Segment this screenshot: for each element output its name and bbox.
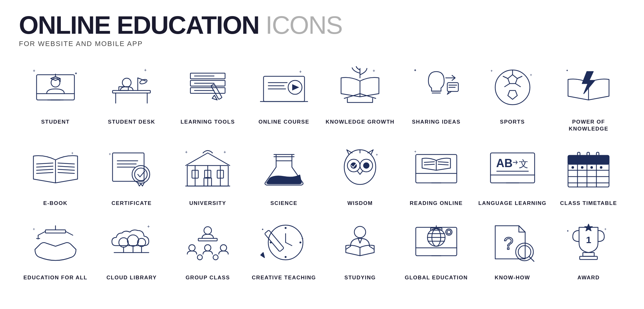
icon-item-language-learning: AB 文 LANGUAGE LEARNING bbox=[476, 142, 549, 207]
svg-point-148 bbox=[270, 242, 272, 243]
icon-item-wisdom: + WISDOM bbox=[324, 142, 397, 207]
sharing-ideas-label: SHARING IDEAS bbox=[412, 119, 461, 125]
sports-label: SPORTS bbox=[500, 119, 525, 125]
knowledge-growth-icon: + bbox=[328, 61, 392, 114]
svg-line-57 bbox=[37, 169, 53, 170]
icon-item-reading-online: + READING ONLINE bbox=[400, 142, 473, 207]
svg-text:+: + bbox=[109, 152, 111, 156]
svg-point-128 bbox=[127, 235, 139, 246]
svg-line-56 bbox=[37, 166, 53, 167]
svg-line-61 bbox=[58, 169, 74, 170]
svg-text:+: + bbox=[144, 67, 147, 73]
svg-point-121 bbox=[600, 166, 602, 169]
svg-point-139 bbox=[213, 255, 218, 260]
svg-text:+: + bbox=[490, 69, 493, 73]
award-icon: + ✦ 1 bbox=[557, 216, 620, 270]
studying-label: STUDYING bbox=[344, 274, 376, 281]
svg-line-100 bbox=[438, 164, 448, 165]
svg-marker-44 bbox=[508, 75, 517, 84]
icon-item-certificate: + CERTIFICATE bbox=[95, 142, 168, 207]
science-icon bbox=[252, 142, 316, 195]
page-header: ONLINE EDUCATION ICONS FOR WEBSITE AND M… bbox=[19, 13, 625, 48]
icon-item-award: + ✦ 1 AWARD bbox=[552, 216, 625, 281]
e-book-label: E-BOOK bbox=[43, 200, 67, 207]
student-icon: + ✦ bbox=[24, 61, 87, 114]
svg-line-59 bbox=[58, 163, 74, 164]
svg-line-97 bbox=[424, 162, 434, 162]
group-class-label: GROUP CLASS bbox=[186, 274, 230, 281]
class-timetable-icon bbox=[557, 142, 620, 195]
svg-text:+: + bbox=[185, 149, 188, 154]
svg-point-119 bbox=[581, 166, 583, 169]
know-how-label: KNOW-HOW bbox=[495, 274, 530, 281]
svg-text:+: + bbox=[147, 224, 150, 229]
student-desk-label: STUDENT DESK bbox=[108, 119, 155, 125]
svg-text:+: + bbox=[33, 68, 35, 73]
icon-item-studying: STUDYING bbox=[324, 216, 397, 281]
reading-online-label: READING ONLINE bbox=[410, 200, 463, 207]
global-education-icon bbox=[405, 216, 468, 270]
svg-text:?: ? bbox=[504, 234, 513, 253]
svg-line-98 bbox=[424, 164, 434, 165]
class-timetable-label: CLASS TIMETABLE bbox=[560, 200, 617, 207]
icon-item-sharing-ideas: ✦ SHARING IDEAS bbox=[400, 61, 473, 132]
svg-line-55 bbox=[37, 163, 53, 164]
svg-point-136 bbox=[205, 245, 211, 251]
wisdom-label: WISDOM bbox=[347, 200, 373, 207]
icon-item-student-desk: + STUDENT DESK bbox=[95, 61, 168, 132]
power-of-knowledge-label: POWER OF KNOWLEDGE bbox=[569, 119, 608, 132]
svg-text:+: + bbox=[604, 227, 606, 231]
svg-rect-9 bbox=[113, 90, 150, 93]
icons-grid: + ✦ STUDENT + bbox=[19, 61, 625, 281]
svg-line-145 bbox=[286, 242, 292, 246]
svg-point-137 bbox=[220, 245, 227, 251]
icon-item-global-education: GLOBAL EDUCATION bbox=[400, 216, 473, 281]
svg-text:✦: ✦ bbox=[566, 229, 569, 233]
online-course-icon: + bbox=[252, 61, 316, 114]
svg-text:+: + bbox=[223, 149, 226, 154]
svg-marker-50 bbox=[508, 90, 517, 99]
svg-text:+: + bbox=[71, 151, 73, 155]
svg-rect-169 bbox=[583, 253, 594, 256]
power-of-knowledge-icon: ✦ bbox=[557, 61, 620, 114]
education-for-all-label: EDUCATION FOR ALL bbox=[23, 274, 87, 281]
svg-point-162 bbox=[447, 230, 451, 234]
studying-icon bbox=[328, 216, 392, 270]
svg-text:+: + bbox=[376, 153, 378, 157]
icon-item-class-timetable: CLASS TIMETABLE bbox=[552, 142, 625, 207]
svg-rect-134 bbox=[198, 238, 217, 241]
language-learning-label: LANGUAGE LEARNING bbox=[478, 200, 546, 207]
certificate-label: CERTIFICATE bbox=[112, 200, 152, 207]
know-how-icon: ? bbox=[481, 216, 544, 270]
university-icon: + + bbox=[176, 142, 239, 195]
icon-item-sports: + + SPORTS bbox=[476, 61, 549, 132]
group-class-icon bbox=[176, 216, 239, 270]
wisdom-icon: + bbox=[328, 142, 392, 195]
svg-line-60 bbox=[58, 166, 74, 167]
svg-text:✦: ✦ bbox=[74, 71, 78, 76]
science-label: SCIENCE bbox=[270, 200, 298, 207]
language-learning-icon: AB 文 bbox=[481, 142, 544, 195]
icon-item-education-for-all: + EDUCATION FOR ALL bbox=[19, 216, 92, 281]
subtitle: FOR WEBSITE AND MOBILE APP bbox=[19, 40, 625, 48]
student-label: STUDENT bbox=[41, 119, 70, 125]
icon-item-university: + + UNIVERSITY bbox=[171, 142, 244, 207]
svg-marker-31 bbox=[292, 84, 299, 90]
icon-item-student: + ✦ STUDENT bbox=[19, 61, 92, 132]
icon-item-power-of-knowledge: ✦ POWER OF KNOWLEDGE bbox=[552, 61, 625, 132]
svg-line-47 bbox=[515, 84, 520, 87]
cloud-library-label: CLOUD LIBRARY bbox=[107, 274, 157, 281]
svg-point-90 bbox=[363, 162, 369, 169]
cloud-library-icon: + bbox=[100, 216, 163, 270]
svg-text:+: + bbox=[299, 69, 302, 74]
e-book-icon: + bbox=[24, 142, 87, 195]
award-label: AWARD bbox=[577, 274, 600, 281]
svg-rect-123 bbox=[45, 230, 66, 233]
creative-teaching-label: CREATIVE TEACHING bbox=[252, 274, 316, 281]
svg-point-138 bbox=[197, 255, 202, 260]
education-for-all-icon: + bbox=[24, 216, 87, 270]
reading-online-icon: + bbox=[405, 142, 468, 195]
svg-point-120 bbox=[590, 166, 593, 169]
svg-text:✦: ✦ bbox=[414, 68, 417, 73]
certificate-icon: + bbox=[100, 142, 163, 195]
